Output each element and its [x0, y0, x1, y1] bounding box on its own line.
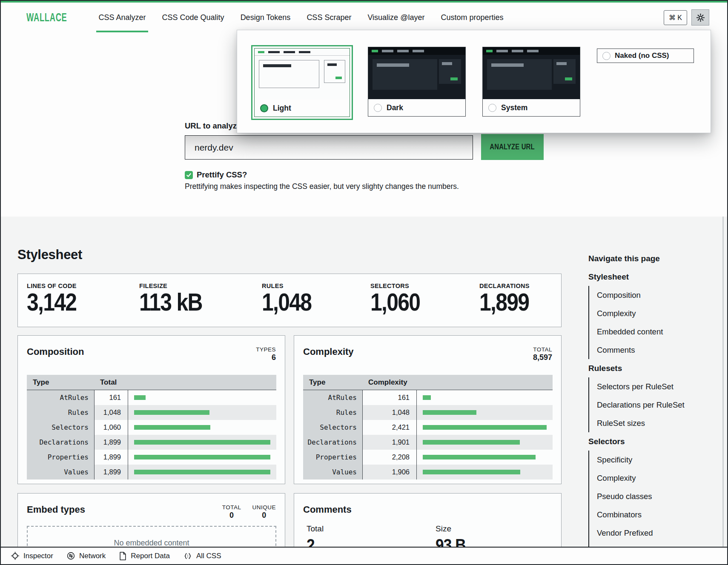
- toc-link-combinators[interactable]: Combinators: [597, 505, 695, 524]
- app-window: WALLACE CSS Analyzer CSS Code Quality De…: [0, 0, 728, 565]
- theme-option-naked[interactable]: Naked (no CSS): [597, 49, 694, 63]
- composition-title: Composition: [27, 346, 84, 362]
- toc-link-stylesheet[interactable]: Stylesheet: [588, 268, 695, 286]
- composition-table: Type Total AtRules 161 Rules 1,048 Selec…: [27, 375, 276, 479]
- bar: [423, 440, 520, 445]
- toc-link-accessibility[interactable]: Accessibility: [597, 542, 695, 547]
- nav-css-scraper[interactable]: CSS Scraper: [298, 3, 359, 32]
- prettify-help-text: Prettifying makes inspecting the CSS eas…: [185, 182, 459, 191]
- comments-size: Size 93 B: [436, 524, 470, 547]
- table-header: Type Complexity: [303, 375, 553, 390]
- toc-link-selectors-per-ruleset[interactable]: Selectors per RuleSet: [597, 377, 695, 396]
- nav-visualize-layer[interactable]: Visualize @layer: [359, 3, 433, 32]
- theme-option-light[interactable]: Light: [251, 45, 353, 120]
- network-arrows-icon: [67, 552, 75, 560]
- bottom-toolbar: Inspector Network Report Data: [1, 547, 727, 564]
- sun-icon: [696, 13, 705, 23]
- table-row: Values 1,906: [303, 465, 553, 479]
- bar: [423, 410, 476, 415]
- stat-rules: RULES 1,048: [262, 282, 319, 314]
- table-row: Declarations 1,899: [27, 435, 276, 450]
- nav-css-analyzer[interactable]: CSS Analyzer: [90, 3, 154, 32]
- toc-link-complexity[interactable]: Complexity: [597, 304, 695, 322]
- logo[interactable]: WALLACE: [26, 11, 67, 24]
- embed-types-card: Embed types TOTAL 0 UNIQUE 0 No embedded…: [17, 493, 285, 547]
- stat-selectors: SELECTORS 1,060: [370, 282, 428, 314]
- page-toc: Navigate this page Stylesheet Compositio…: [588, 250, 695, 547]
- complexity-total: TOTAL 8,597: [533, 346, 552, 362]
- theme-label-naked: Naked (no CSS): [615, 51, 669, 60]
- toc-link-pseudo-classes[interactable]: Pseudo classes: [597, 487, 695, 505]
- url-label: URL to analyze: [185, 121, 241, 131]
- table-row: Values 1,899: [27, 465, 276, 479]
- embed-unique: UNIQUE 0: [252, 504, 276, 520]
- stylesheet-stats-card: LINES OF CODE 3,142 FILESIZE 113 kB RULE…: [17, 274, 562, 327]
- bar: [423, 425, 547, 430]
- bar: [423, 395, 431, 400]
- tool-report-data[interactable]: Report Data: [119, 552, 170, 560]
- nav-design-tokens[interactable]: Design Tokens: [232, 3, 299, 32]
- bar: [134, 455, 270, 459]
- theme-option-system[interactable]: System: [482, 47, 580, 117]
- table-row: Selectors 2,421: [303, 420, 553, 435]
- comments-title: Comments: [303, 504, 352, 515]
- toc-link-selectors[interactable]: Selectors: [588, 432, 695, 451]
- tool-inspector[interactable]: Inspector: [11, 552, 53, 560]
- bar: [423, 470, 520, 474]
- theme-label-light: Light: [273, 104, 291, 113]
- prettify-checkbox[interactable]: [185, 171, 193, 179]
- main-nav: CSS Analyzer CSS Code Quality Design Tok…: [90, 3, 511, 32]
- stat-filesize: FILESIZE 113 kB: [139, 282, 212, 314]
- tool-all-css[interactable]: All CSS: [183, 552, 221, 560]
- toc-link-composition[interactable]: Composition: [597, 286, 695, 304]
- bar: [134, 470, 270, 474]
- theme-option-dark[interactable]: Dark: [368, 47, 466, 117]
- toc-link-specificity[interactable]: Specificity: [597, 451, 695, 469]
- header-controls: ⌘ K: [664, 9, 709, 26]
- composition-card: Composition TYPES 6 Type Total AtRules 1…: [17, 335, 285, 484]
- url-input[interactable]: [185, 135, 473, 160]
- theme-label-dark: Dark: [387, 103, 403, 112]
- table-row: AtRules 161: [27, 390, 276, 405]
- radio-light[interactable]: [260, 104, 268, 112]
- radio-system[interactable]: [488, 104, 496, 112]
- bar: [134, 440, 270, 445]
- toc-link-declarations-per-ruleset[interactable]: Declarations per RuleSet: [597, 396, 695, 414]
- toc-link-ruleset-sizes[interactable]: RuleSet sizes: [597, 414, 695, 432]
- checkmark-icon: [186, 172, 192, 178]
- complexity-table: Type Complexity AtRules 161 Rules 1,048 …: [303, 375, 553, 479]
- toc-link-rulesets[interactable]: Rulesets: [588, 359, 695, 377]
- system-theme-preview: [483, 47, 580, 99]
- scrollbar-track[interactable]: [722, 217, 724, 547]
- toc-title: Navigate this page: [588, 250, 695, 268]
- nav-css-code-quality[interactable]: CSS Code Quality: [154, 3, 232, 32]
- toc-link-vendor-prefixed[interactable]: Vendor Prefixed: [597, 524, 695, 542]
- dark-theme-preview: [368, 47, 465, 99]
- table-row: Selectors 1,060: [27, 420, 276, 435]
- table-row: Properties 2,208: [303, 450, 553, 465]
- command-k-shortcut[interactable]: ⌘ K: [664, 10, 687, 25]
- bar: [134, 410, 209, 415]
- theme-toggle-button[interactable]: [691, 9, 709, 26]
- table-row: AtRules 161: [303, 390, 553, 405]
- tool-network[interactable]: Network: [67, 552, 106, 560]
- report-section: Stylesheet LINES OF CODE 3,142 FILESIZE …: [1, 217, 727, 547]
- empty-embed-placeholder: No embedded content: [27, 526, 276, 547]
- site-header: WALLACE CSS Analyzer CSS Code Quality De…: [1, 3, 727, 32]
- radio-dark[interactable]: [374, 104, 382, 112]
- table-header: Type Total: [27, 375, 276, 390]
- table-row: Rules 1,048: [27, 405, 276, 420]
- radio-naked[interactable]: [602, 52, 610, 60]
- braces-icon: [183, 553, 192, 559]
- toc-link-selector-complexity[interactable]: Complexity: [597, 469, 695, 487]
- analyze-url-button[interactable]: ANALYZE URL: [481, 134, 544, 160]
- light-theme-preview: [255, 49, 350, 100]
- comments-total: Total 2: [307, 524, 324, 547]
- toc-link-comments[interactable]: Comments: [597, 341, 695, 359]
- toc-link-embedded-content[interactable]: Embedded content: [597, 322, 695, 341]
- embed-types-title: Embed types: [27, 504, 85, 520]
- comments-card: Comments Total 2 Size 93 B: [294, 493, 562, 547]
- prettify-label: Prettify CSS?: [197, 170, 247, 180]
- nav-custom-properties[interactable]: Custom properties: [433, 3, 511, 32]
- theme-label-system: System: [501, 103, 527, 112]
